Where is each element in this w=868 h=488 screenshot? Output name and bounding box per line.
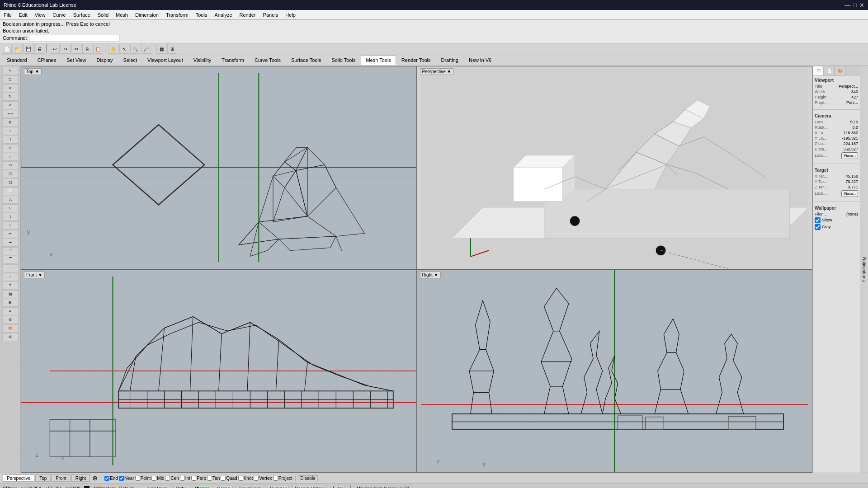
viewport-right[interactable]: Right ▼ bbox=[417, 269, 813, 473]
minimize-button[interactable]: — bbox=[844, 2, 850, 9]
mesh-tool[interactable]: △ bbox=[2, 196, 19, 204]
properties-tab[interactable]: 📋 bbox=[813, 66, 824, 76]
viewport-4-button[interactable]: ⊞ bbox=[167, 44, 177, 54]
close-button[interactable]: ✕ bbox=[859, 2, 864, 9]
text-tool[interactable]: T bbox=[2, 282, 19, 290]
open-file-button[interactable]: 📂 bbox=[13, 44, 23, 54]
menu-mesh[interactable]: Mesh bbox=[112, 10, 132, 19]
camera-place-button[interactable]: Place... bbox=[841, 152, 858, 159]
layer-tool[interactable]: ≡ bbox=[2, 307, 19, 315]
tab-display[interactable]: Display bbox=[91, 55, 118, 65]
tab-right-view[interactable]: Right bbox=[71, 474, 90, 482]
snap-mid[interactable]: Mid bbox=[151, 476, 164, 481]
tab-render-tools[interactable]: Render Tools bbox=[396, 55, 436, 65]
snap-project[interactable]: Project bbox=[273, 476, 292, 481]
ortho-button[interactable]: Ortho bbox=[173, 486, 189, 488]
tab-setview[interactable]: Set View bbox=[61, 55, 91, 65]
maximize-button[interactable]: □ bbox=[853, 2, 857, 9]
viewport-perspective[interactable]: Perspective ▼ bbox=[417, 66, 813, 269]
tab-drafting[interactable]: Drafting bbox=[436, 55, 463, 65]
tab-select[interactable]: Select bbox=[118, 55, 142, 65]
snap-cen[interactable]: Cen bbox=[165, 476, 179, 481]
save-button[interactable]: 💾 bbox=[24, 44, 33, 54]
snap-quad[interactable]: Quad bbox=[221, 476, 237, 481]
extend-tool[interactable]: ⇥ bbox=[2, 239, 19, 247]
menu-render[interactable]: Render bbox=[236, 10, 259, 19]
blend-tool[interactable]: ⁀ bbox=[2, 256, 19, 264]
menu-view[interactable]: View bbox=[31, 10, 49, 19]
add-viewport-button[interactable]: ⊕ bbox=[91, 474, 99, 482]
layers-tab[interactable]: 📄 bbox=[824, 66, 835, 76]
disable-button[interactable]: Disable bbox=[298, 475, 317, 481]
menu-file[interactable]: File bbox=[0, 10, 15, 19]
snap-near[interactable]: Near bbox=[119, 476, 134, 481]
boolean-union-tool[interactable]: ∪ bbox=[2, 204, 19, 212]
show-checkbox[interactable] bbox=[815, 217, 821, 223]
planar-button[interactable]: Planar bbox=[193, 486, 211, 488]
settings-tool[interactable]: ⚙ bbox=[2, 333, 19, 341]
paste-button[interactable]: 📋 bbox=[93, 44, 103, 54]
tab-cplanes[interactable]: CPlanes bbox=[33, 55, 61, 65]
hatch-tool[interactable]: ▤ bbox=[2, 290, 19, 298]
tab-top-view[interactable]: Top bbox=[35, 474, 51, 482]
pan-button[interactable]: ✋ bbox=[108, 44, 118, 54]
record-history-button[interactable]: Record History bbox=[292, 486, 327, 488]
rotate-tool[interactable]: ↻ bbox=[2, 93, 19, 101]
menu-curve[interactable]: Curve bbox=[49, 10, 69, 19]
menu-surface[interactable]: Surface bbox=[70, 10, 94, 19]
menu-help[interactable]: Help bbox=[282, 10, 299, 19]
menu-edit[interactable]: Edit bbox=[15, 10, 31, 19]
render-tab[interactable]: 🎨 bbox=[835, 66, 845, 76]
notifications-tab[interactable]: Notifications bbox=[860, 66, 868, 473]
group-tool[interactable]: ⊟ bbox=[2, 299, 19, 307]
tab-new-in-v6[interactable]: New in V6 bbox=[464, 55, 496, 65]
new-file-button[interactable]: 📄 bbox=[2, 44, 12, 54]
viewport-right-menu-button[interactable]: Right ▼ bbox=[420, 272, 441, 278]
menu-panels[interactable]: Panels bbox=[259, 10, 282, 19]
osnap-button[interactable]: Osnap bbox=[215, 486, 232, 488]
circle-tool[interactable]: ○ bbox=[2, 153, 19, 161]
dim-tool[interactable]: ↔ bbox=[2, 273, 19, 281]
mirror-tool[interactable]: ⟺ bbox=[2, 110, 19, 118]
print-button[interactable]: 🖨 bbox=[34, 44, 44, 54]
copy-button[interactable]: ⎘ bbox=[82, 44, 92, 54]
zoom-out-button[interactable]: 🔎 bbox=[141, 44, 151, 54]
polygon-tool[interactable]: ⬡ bbox=[2, 170, 19, 178]
line-tool[interactable]: / bbox=[2, 127, 19, 135]
redo-button[interactable]: ↪ bbox=[61, 44, 71, 54]
boolean-diff-tool[interactable]: ∖ bbox=[2, 213, 19, 221]
snap-tan[interactable]: Tan bbox=[207, 476, 220, 481]
tab-viewport-layout[interactable]: Viewport Layout bbox=[142, 55, 188, 65]
viewport-front[interactable]: Front ▼ bbox=[21, 269, 417, 473]
copy-tool[interactable]: ⊞ bbox=[2, 118, 19, 127]
snap-perp[interactable]: Perp bbox=[191, 476, 206, 481]
undo-button[interactable]: ↩ bbox=[50, 44, 60, 54]
tab-mesh-tools[interactable]: Mesh Tools bbox=[361, 55, 396, 65]
smarttrack-button[interactable]: SmartTrack bbox=[236, 486, 264, 488]
tab-front-view[interactable]: Front bbox=[52, 474, 70, 482]
solid-tool[interactable]: ⬜ bbox=[2, 187, 19, 195]
snap-vertex[interactable]: Vertex bbox=[254, 476, 272, 481]
tab-standard[interactable]: Standard bbox=[2, 55, 32, 65]
move-tool[interactable]: ⊕ bbox=[2, 84, 19, 92]
viewport-front-menu-button[interactable]: Front ▼ bbox=[24, 272, 45, 278]
zoom-in-button[interactable]: 🔍 bbox=[130, 44, 140, 54]
viewport-perspective-menu-button[interactable]: Perspective ▼ bbox=[420, 68, 454, 75]
snap-end[interactable]: End bbox=[104, 476, 118, 481]
menu-analyze[interactable]: Analyze bbox=[211, 10, 236, 19]
snap-point[interactable]: Point bbox=[135, 476, 151, 481]
menu-dimension[interactable]: Dimension bbox=[132, 10, 162, 19]
curve-tool[interactable]: ∿ bbox=[2, 144, 19, 152]
analyze-tool[interactable]: ⚙ bbox=[2, 316, 19, 324]
grid-snap-button[interactable]: Grid Snap bbox=[145, 486, 170, 488]
scale-tool[interactable]: ⤢ bbox=[2, 101, 19, 109]
snap-knot[interactable]: Knot bbox=[238, 476, 253, 481]
tab-curve-tools[interactable]: Curve Tools bbox=[250, 55, 286, 65]
menu-transform[interactable]: Transform bbox=[162, 10, 192, 19]
rect-tool[interactable]: ▭ bbox=[2, 161, 19, 169]
tab-solid-tools[interactable]: Solid Tools bbox=[326, 55, 360, 65]
select-tool[interactable]: ↖ bbox=[2, 67, 19, 75]
viewport-top-menu-button[interactable]: Top ▼ bbox=[24, 68, 42, 75]
polyline-tool[interactable]: ⌇ bbox=[2, 136, 19, 144]
viewport-top[interactable]: Top ▼ bbox=[21, 66, 417, 269]
